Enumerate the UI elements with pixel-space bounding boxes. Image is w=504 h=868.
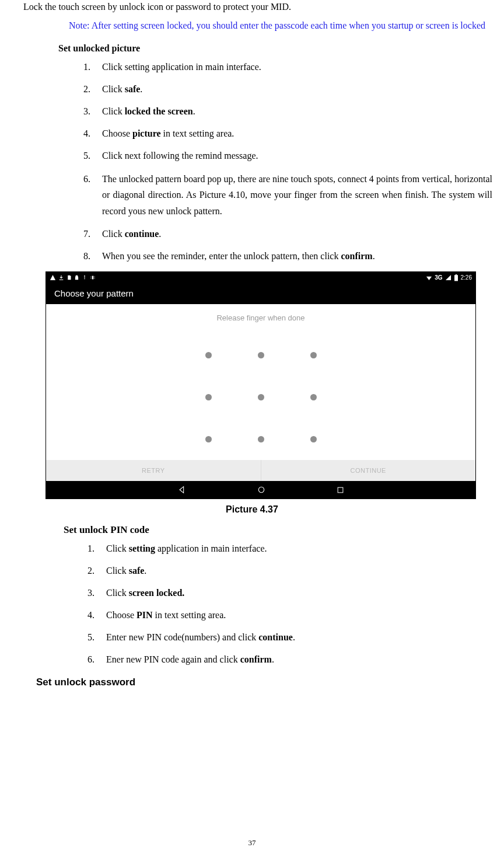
page-number: 37 bbox=[0, 837, 504, 849]
svg-rect-4 bbox=[455, 274, 456, 275]
pattern-dot[interactable] bbox=[205, 394, 212, 400]
list-item: 5.Click next following the remind messag… bbox=[102, 149, 492, 163]
signal-down-icon bbox=[426, 274, 432, 281]
list-item: 6.The unlocked pattern board pop up, the… bbox=[102, 171, 492, 219]
recent-icon[interactable] bbox=[336, 486, 345, 494]
list-number: 6. bbox=[88, 653, 94, 667]
figure-caption: Picture 4.37 bbox=[0, 503, 504, 517]
list-number: 2. bbox=[88, 564, 94, 578]
svg-rect-2 bbox=[92, 276, 94, 280]
home-icon[interactable] bbox=[257, 485, 266, 494]
list-item: 6.Ener new PIN code again and click conf… bbox=[106, 653, 492, 667]
note-paragraph: Note: After setting screen locked, you s… bbox=[0, 18, 502, 33]
section1-heading: Set unlocked picture bbox=[58, 41, 504, 55]
battery-icon bbox=[454, 274, 459, 281]
list-number: 5. bbox=[88, 630, 94, 644]
list-item: 3.Click screen locked. bbox=[106, 586, 492, 600]
list-number: 3. bbox=[88, 586, 94, 600]
list-number: 7. bbox=[83, 227, 90, 241]
svg-rect-6 bbox=[338, 487, 343, 493]
svg-rect-3 bbox=[454, 275, 458, 281]
svg-rect-1 bbox=[85, 276, 85, 280]
button-row: RETRY CONTINUE bbox=[46, 460, 475, 481]
lock-icon bbox=[74, 274, 79, 281]
clock-text: 2:26 bbox=[461, 273, 472, 282]
back-icon[interactable] bbox=[177, 485, 187, 494]
list-number: 4. bbox=[88, 608, 94, 622]
pattern-dot[interactable] bbox=[258, 352, 264, 358]
list-item: 2.Click safe. bbox=[106, 564, 492, 578]
navigation-bar bbox=[46, 481, 475, 498]
list-number: 2. bbox=[83, 82, 90, 96]
pattern-dot[interactable] bbox=[258, 394, 264, 400]
status-bar: 3G 2:26 bbox=[46, 272, 475, 284]
usb-icon bbox=[82, 274, 88, 281]
download-icon bbox=[58, 274, 64, 281]
list-item: 7.Click continue. bbox=[102, 227, 492, 241]
screen-title: Choose your pattern bbox=[46, 284, 475, 304]
screenshot-figure: 3G 2:26 Choose your pattern Release fing… bbox=[46, 271, 476, 499]
section3-heading: Set unlock password bbox=[36, 675, 504, 690]
pattern-dot[interactable] bbox=[258, 436, 264, 442]
pattern-grid[interactable] bbox=[182, 334, 340, 460]
svg-point-5 bbox=[258, 487, 264, 492]
list-item: 4.Choose picture in text setting area. bbox=[102, 127, 492, 141]
list-item: 8.When you see the reminder, enter the u… bbox=[102, 249, 492, 263]
list-item: 1.Click setting application in main inte… bbox=[106, 542, 492, 556]
pattern-dot[interactable] bbox=[205, 352, 212, 358]
warning-icon bbox=[50, 274, 56, 281]
list-item: 4.Choose PIN in text setting area. bbox=[106, 608, 492, 622]
list-item: 5.Enter new PIN code(numbers) and click … bbox=[106, 630, 492, 644]
list-item: 2.Click safe. bbox=[102, 82, 492, 96]
section2-list: 1.Click setting application in main inte… bbox=[0, 542, 504, 667]
sdcard-icon bbox=[66, 274, 72, 281]
list-number: 3. bbox=[83, 104, 90, 118]
list-number: 6. bbox=[83, 171, 90, 187]
hint-text: Release finger when done bbox=[216, 312, 304, 324]
retry-button[interactable]: RETRY bbox=[46, 460, 261, 481]
section2-heading: Set unlock PIN code bbox=[64, 522, 504, 538]
pattern-dot[interactable] bbox=[310, 394, 317, 400]
status-left bbox=[50, 274, 96, 281]
list-number: 5. bbox=[83, 149, 90, 163]
list-item: 3.Click locked the screen. bbox=[102, 104, 492, 118]
device-screenshot: 3G 2:26 Choose your pattern Release fing… bbox=[46, 271, 476, 499]
continue-button[interactable]: CONTINUE bbox=[261, 460, 476, 481]
signal-icon bbox=[445, 274, 452, 281]
list-number: 1. bbox=[83, 60, 90, 74]
pattern-dot[interactable] bbox=[310, 352, 317, 358]
debug-icon bbox=[90, 274, 96, 281]
list-number: 4. bbox=[83, 127, 90, 141]
pattern-dot[interactable] bbox=[310, 436, 317, 442]
status-right: 3G 2:26 bbox=[426, 273, 472, 282]
section1-list: 1.Click setting application in main inte… bbox=[0, 60, 504, 263]
list-item: 1.Click setting application in main inte… bbox=[102, 60, 492, 74]
list-number: 8. bbox=[83, 249, 90, 263]
network-label: 3G bbox=[435, 273, 442, 282]
pattern-dot[interactable] bbox=[205, 436, 212, 442]
pattern-area: Release finger when done RETRY CONTINUE bbox=[46, 304, 475, 482]
intro-text: Lock the touch screen by unlock icon or … bbox=[23, 0, 504, 14]
list-number: 1. bbox=[88, 542, 94, 556]
